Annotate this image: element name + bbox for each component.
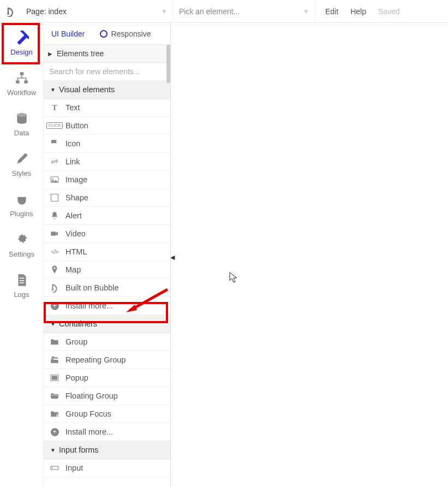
element-alert-label: Alert [65, 211, 82, 220]
nav-data[interactable]: Data [0, 104, 43, 144]
svg-rect-4 [24, 80, 28, 83]
tab-responsive[interactable]: Responsive [92, 23, 158, 44]
panel-collapse-handle[interactable]: ◀ [170, 254, 175, 261]
element-built-on-bubble[interactable]: Built on Bubble [44, 279, 170, 297]
page-selector-dropdown[interactable]: Page: index ▼ [21, 0, 174, 23]
nav-logs[interactable]: Logs [0, 265, 43, 306]
element-group[interactable]: Group [44, 333, 170, 351]
nav-workflow-label: Workflow [7, 88, 36, 97]
elements-tree-label: Elements tree [57, 49, 104, 58]
element-floating-group[interactable]: Floating Group [44, 387, 170, 405]
element-icon[interactable]: Icon [44, 135, 170, 153]
element-text[interactable]: T Text [44, 99, 170, 117]
element-html-label: HTML [65, 247, 87, 256]
element-map[interactable]: Map [44, 261, 170, 279]
nav-design[interactable]: Design [0, 23, 43, 63]
folder-icon [49, 337, 60, 347]
edit-menu[interactable]: Edit [325, 7, 338, 16]
folder-stack-icon [49, 355, 60, 365]
html-icon: </> [49, 248, 60, 255]
input-icon [49, 463, 60, 473]
triangle-down-icon: ▼ [50, 321, 56, 327]
element-link-label: Link [65, 157, 80, 166]
nav-design-label: Design [10, 48, 32, 56]
element-group-focus-label: Group Focus [65, 409, 111, 418]
element-group-label: Group [65, 337, 87, 346]
element-repeating-group[interactable]: Repeating Group [44, 351, 170, 369]
element-install-more-containers-label: Install more... [65, 427, 113, 436]
elements-tree-header[interactable]: ▶ Elements tree [44, 45, 170, 63]
section-containers[interactable]: ▼ Containers [44, 315, 170, 333]
element-icon-label: Icon [65, 139, 80, 148]
element-text-label: Text [65, 103, 80, 112]
element-button[interactable]: CLICK Button [44, 117, 170, 135]
nav-styles[interactable]: Styles [0, 144, 43, 185]
tab-responsive-label: Responsive [111, 29, 151, 38]
section-input-forms[interactable]: ▼ Input forms [44, 441, 170, 459]
help-menu[interactable]: Help [350, 7, 366, 16]
element-alert[interactable]: Alert [44, 207, 170, 225]
svg-rect-13 [51, 231, 56, 236]
element-built-on-bubble-label: Built on Bubble [65, 283, 119, 292]
section-visual-elements[interactable]: ▼ Visual elements [44, 81, 170, 99]
svg-point-15 [52, 289, 54, 291]
refresh-icon [100, 30, 107, 38]
element-map-label: Map [65, 265, 81, 274]
element-link[interactable]: Link [44, 153, 170, 171]
page-selector-label: Page: index [26, 7, 67, 16]
svg-point-6 [17, 113, 26, 117]
element-install-more-visual[interactable]: + Install more... [44, 297, 170, 315]
element-install-more-label: Install more... [65, 301, 113, 310]
bubble-icon [49, 283, 60, 293]
nav-logs-label: Logs [14, 290, 29, 299]
folder-open-icon [49, 391, 60, 401]
tab-ui-builder-label: UI Builder [51, 29, 85, 38]
plus-circle-icon: + [49, 302, 60, 310]
svg-rect-2 [20, 72, 23, 75]
saved-status: Saved [378, 7, 400, 16]
element-button-label: Button [65, 121, 88, 130]
element-popup[interactable]: Popup [44, 369, 170, 387]
svg-rect-3 [16, 80, 20, 83]
tab-ui-builder[interactable]: UI Builder [44, 23, 92, 44]
triangle-down-icon: ▼ [50, 87, 56, 93]
bell-icon [49, 211, 60, 221]
element-repeating-group-label: Repeating Group [65, 355, 126, 364]
search-elements-input[interactable] [49, 67, 165, 76]
section-containers-label: Containers [59, 319, 97, 328]
element-image-label: Image [65, 175, 87, 184]
map-pin-icon [49, 265, 60, 275]
plus-circle-icon: + [49, 428, 60, 436]
element-floating-group-label: Floating Group [65, 391, 118, 400]
element-video-label: Video [65, 229, 86, 238]
bubble-logo-icon [3, 4, 17, 19]
nav-plugins-label: Plugins [10, 210, 33, 218]
element-shape[interactable]: Shape [44, 189, 170, 207]
element-group-focus[interactable]: Group Focus [44, 405, 170, 423]
nav-workflow[interactable]: Workflow [0, 63, 43, 104]
element-html[interactable]: </> HTML [44, 243, 170, 261]
element-picker-dropdown[interactable]: Pick an element... ▼ [174, 0, 315, 23]
svg-point-14 [53, 267, 55, 269]
svg-point-12 [52, 178, 53, 179]
section-input-forms-label: Input forms [59, 446, 99, 454]
chevron-down-icon: ▼ [303, 8, 309, 15]
element-image[interactable]: Image [44, 171, 170, 189]
shape-icon [49, 194, 60, 201]
button-icon: CLICK [49, 122, 60, 129]
element-input[interactable]: Input [44, 459, 170, 477]
chevron-down-icon: ▼ [161, 8, 168, 15]
svg-rect-8 [19, 277, 24, 278]
panel-scrollbar[interactable] [166, 45, 170, 83]
nav-data-label: Data [14, 129, 29, 137]
element-video[interactable]: Video [44, 225, 170, 243]
element-install-more-containers[interactable]: + Install more... [44, 423, 170, 441]
nav-settings[interactable]: Settings [0, 225, 43, 265]
folder-arrow-icon [49, 409, 60, 419]
link-icon [49, 157, 60, 167]
triangle-down-icon: ▼ [50, 447, 56, 453]
element-popup-label: Popup [65, 373, 88, 382]
nav-plugins[interactable]: Plugins [0, 185, 43, 225]
search-elements-row[interactable] [44, 63, 170, 81]
nav-styles-label: Styles [12, 169, 31, 177]
